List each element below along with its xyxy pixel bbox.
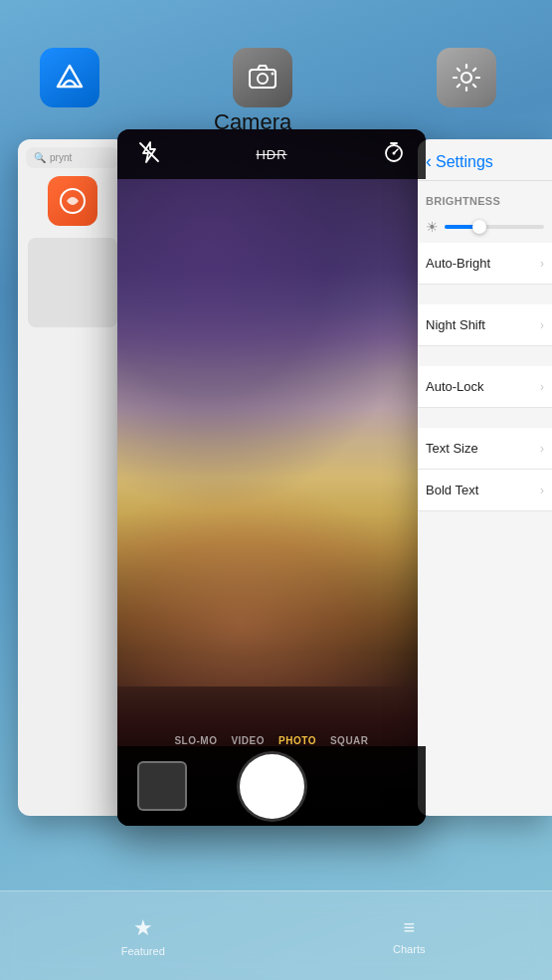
charts-icon: ≡ xyxy=(403,916,415,939)
text-size-label: Text Size xyxy=(426,441,478,456)
dock-item-featured[interactable]: ★ Featured xyxy=(108,915,178,957)
brightness-row[interactable]: ☀ xyxy=(418,211,552,243)
brightness-sun-icon: ☀ xyxy=(426,219,439,235)
brightness-slider[interactable] xyxy=(445,225,544,229)
auto-lock-chevron: › xyxy=(540,380,544,394)
camera-timer-control[interactable] xyxy=(382,140,406,168)
settings-row-auto-lock[interactable]: Auto-Lock › xyxy=(418,366,552,408)
text-size-chevron: › xyxy=(540,442,544,456)
settings-app-icon[interactable] xyxy=(437,48,496,107)
appstore-app-icon[interactable] xyxy=(40,48,99,107)
camera-mode-bar: SLO-MO VIDEO PHOTO SQUAR xyxy=(117,735,426,746)
camera-mode-photo[interactable]: PHOTO xyxy=(278,735,316,746)
app-switcher: 🔍 prynt xyxy=(0,129,552,890)
auto-brightness-label: Auto-Bright xyxy=(426,256,490,271)
settings-separator-3 xyxy=(418,408,552,428)
settings-back-button[interactable]: ‹ Settings xyxy=(418,139,552,181)
settings-row-night-shift[interactable]: Night Shift › xyxy=(418,304,552,346)
settings-row-bold-text[interactable]: Bold Text › xyxy=(418,470,552,511)
camera-flash-control[interactable] xyxy=(137,140,161,169)
settings-separator-1 xyxy=(418,285,552,304)
search-text: prynt xyxy=(50,152,72,163)
camera-bottom-bar xyxy=(117,746,426,826)
appstore-card[interactable]: 🔍 prynt xyxy=(18,139,127,816)
charts-label: Charts xyxy=(393,943,425,955)
camera-card[interactable]: HDR SLO-MO VIDEO PHOTO SQUAR xyxy=(117,129,426,826)
camera-haze-overlay xyxy=(117,129,426,512)
bold-text-chevron: › xyxy=(540,484,544,497)
brightness-thumb[interactable] xyxy=(472,220,486,234)
featured-label: Featured xyxy=(121,945,165,957)
appstore-featured-icon xyxy=(48,176,97,226)
appstore-search-bar: 🔍 prynt xyxy=(26,147,119,168)
brightness-header: BRIGHTNESS xyxy=(418,181,552,211)
search-icon: 🔍 xyxy=(34,152,46,163)
settings-row-text-size[interactable]: Text Size › xyxy=(418,428,552,470)
camera-mode-video[interactable]: VIDEO xyxy=(231,735,265,746)
app-icons-row: Camera xyxy=(0,48,552,107)
bottom-dock: ★ Featured ≡ Charts xyxy=(0,890,552,980)
auto-brightness-chevron: › xyxy=(540,257,544,271)
night-shift-label: Night Shift xyxy=(426,317,485,332)
camera-hdr-control[interactable]: HDR xyxy=(256,147,286,162)
night-shift-chevron: › xyxy=(540,318,544,332)
svg-rect-0 xyxy=(250,70,276,88)
camera-thumbnail[interactable] xyxy=(137,761,187,811)
svg-point-2 xyxy=(272,73,275,76)
camera-title: Camera xyxy=(214,109,291,135)
hdr-label: HDR xyxy=(256,147,286,162)
svg-point-1 xyxy=(258,74,268,84)
settings-separator-2 xyxy=(418,346,552,366)
appstore-content-placeholder xyxy=(28,238,117,327)
appstore-icon-wrapper[interactable] xyxy=(30,48,99,107)
settings-row-auto-brightness[interactable]: Auto-Bright › xyxy=(418,243,552,285)
camera-app-icon[interactable] xyxy=(233,48,292,107)
camera-viewfinder xyxy=(117,129,426,826)
camera-shutter-button[interactable] xyxy=(240,754,304,819)
dock-item-charts[interactable]: ≡ Charts xyxy=(374,916,444,955)
appstore-card-content: 🔍 prynt xyxy=(18,139,127,335)
brightness-section: BRIGHTNESS ☀ xyxy=(418,181,552,243)
camera-top-bar: HDR xyxy=(117,129,426,179)
back-chevron-icon: ‹ xyxy=(426,151,432,172)
camera-mode-square[interactable]: SQUAR xyxy=(330,735,369,746)
svg-point-3 xyxy=(461,73,471,83)
camera-warm-overlay xyxy=(117,478,426,686)
camera-mode-slomo[interactable]: SLO-MO xyxy=(174,735,217,746)
camera-icon-wrapper[interactable] xyxy=(165,48,292,107)
auto-lock-label: Auto-Lock xyxy=(426,379,484,394)
settings-back-label: Settings xyxy=(436,153,493,171)
svg-point-10 xyxy=(392,152,395,155)
featured-star-icon: ★ xyxy=(133,915,153,941)
settings-card[interactable]: ‹ Settings BRIGHTNESS ☀ Auto-Bright › Ni… xyxy=(418,139,552,816)
bold-text-label: Bold Text xyxy=(426,483,478,497)
